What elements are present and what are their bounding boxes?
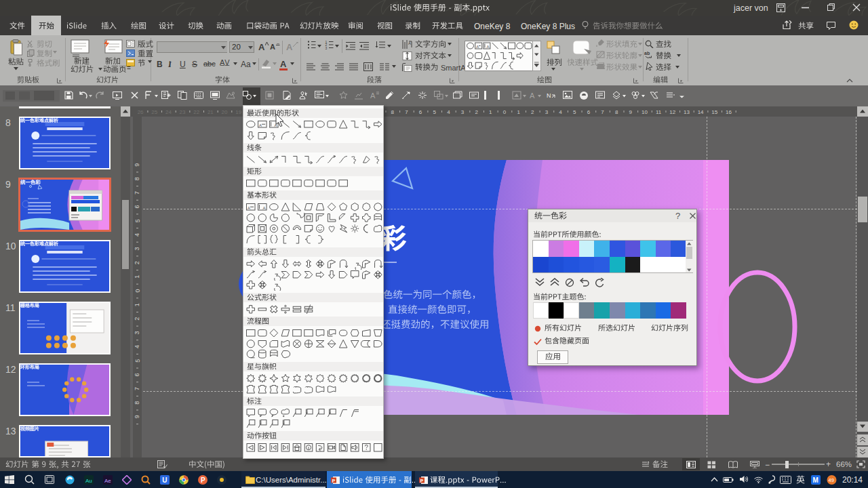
- svg-text:26: 26: [138, 109, 144, 115]
- svg-text:9: 9: [134, 163, 141, 167]
- svg-text:6: 6: [134, 205, 141, 209]
- svg-text:12: 12: [669, 109, 675, 115]
- svg-text:8: 8: [615, 109, 618, 115]
- svg-text:9: 9: [629, 109, 633, 115]
- svg-text:6: 6: [419, 109, 422, 115]
- svg-text:1: 1: [517, 109, 520, 115]
- svg-text:6: 6: [587, 109, 591, 115]
- svg-text:Ae: Ae: [104, 478, 111, 484]
- svg-text:A: A: [259, 123, 262, 127]
- svg-text:U: U: [162, 476, 167, 484]
- svg-text:22: 22: [193, 109, 199, 115]
- svg-text:A: A: [263, 206, 266, 210]
- svg-text:4: 4: [134, 233, 141, 237]
- svg-text:7: 7: [601, 109, 604, 115]
- svg-text:0: 0: [134, 289, 141, 292]
- svg-text:20: 20: [222, 109, 228, 115]
- svg-text:7: 7: [134, 387, 141, 390]
- svg-text:4: 4: [447, 109, 450, 115]
- svg-text:3: 3: [134, 247, 141, 251]
- svg-text:ab: ab: [644, 51, 650, 56]
- svg-text:0: 0: [503, 109, 507, 115]
- svg-text:3: 3: [461, 109, 465, 115]
- svg-text:P: P: [420, 479, 424, 483]
- svg-text:3: 3: [545, 109, 549, 115]
- svg-text:8: 8: [134, 177, 141, 180]
- svg-text:2: 2: [475, 109, 478, 115]
- svg-text:1: 1: [489, 109, 492, 115]
- svg-text:2: 2: [134, 317, 141, 321]
- svg-text:A: A: [370, 92, 376, 100]
- svg-text:P: P: [201, 476, 205, 484]
- svg-text:N: N: [547, 92, 551, 99]
- svg-text:5: 5: [573, 109, 576, 115]
- svg-text:P: P: [332, 479, 336, 483]
- svg-text:6: 6: [134, 373, 141, 376]
- svg-text:7: 7: [134, 191, 141, 195]
- svg-text:A: A: [408, 41, 411, 45]
- svg-text:4: 4: [559, 109, 562, 115]
- svg-text:25: 25: [151, 109, 157, 115]
- svg-text:A: A: [248, 206, 250, 210]
- svg-text:8: 8: [391, 109, 395, 115]
- svg-text:2: 2: [134, 261, 141, 264]
- svg-text:49: 49: [829, 477, 834, 483]
- svg-text:2: 2: [531, 109, 534, 115]
- svg-text:13: 13: [684, 109, 690, 115]
- svg-text:10: 10: [642, 109, 648, 115]
- svg-text:Au: Au: [85, 478, 92, 484]
- svg-text:16: 16: [726, 109, 732, 115]
- svg-text:21: 21: [208, 109, 214, 115]
- svg-text:4: 4: [134, 345, 141, 348]
- svg-text:3: 3: [134, 331, 141, 334]
- svg-text:7: 7: [405, 109, 408, 115]
- svg-text:1: 1: [134, 303, 141, 306]
- svg-text:5: 5: [134, 219, 141, 222]
- svg-text:11: 11: [656, 109, 662, 115]
- svg-text:23: 23: [180, 109, 186, 115]
- svg-text:19: 19: [235, 109, 241, 115]
- svg-text:A: A: [530, 92, 535, 100]
- svg-text:A: A: [476, 45, 479, 49]
- svg-text:5: 5: [433, 109, 437, 115]
- svg-text:24: 24: [165, 109, 172, 115]
- svg-text:8: 8: [134, 401, 141, 405]
- svg-text:9: 9: [134, 415, 141, 418]
- svg-text:5: 5: [134, 359, 141, 363]
- svg-text:15: 15: [711, 109, 717, 115]
- svg-text:3: 3: [326, 46, 328, 50]
- svg-text:1: 1: [134, 275, 141, 279]
- svg-text:A: A: [486, 45, 489, 49]
- svg-text:14: 14: [698, 109, 704, 115]
- svg-text:M: M: [813, 476, 818, 484]
